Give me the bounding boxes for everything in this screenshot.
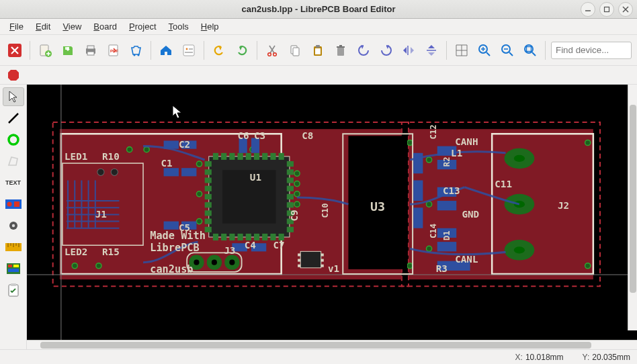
- svg-rect-68: [8, 269, 19, 272]
- svg-text:R15: R15: [102, 246, 120, 257]
- svg-point-135: [196, 161, 202, 167]
- toolbar: PDF: [0, 35, 637, 66]
- tool-drc[interactable]: [3, 281, 24, 300]
- svg-text:R3: R3: [436, 263, 448, 274]
- svg-rect-125: [287, 186, 294, 191]
- tool-draw-trace[interactable]: [3, 109, 24, 128]
- menu-view[interactable]: View: [57, 19, 87, 34]
- main-area: TEXT: [0, 85, 637, 349]
- menubar: File Edit View Board Project Tools Help: [0, 19, 637, 35]
- tool-measure[interactable]: [3, 238, 24, 257]
- tool-draw-polygon[interactable]: [3, 152, 24, 171]
- svg-rect-22: [185, 52, 193, 53]
- tool-add-text[interactable]: TEXT: [3, 173, 24, 192]
- svg-point-146: [585, 263, 591, 269]
- undo-button[interactable]: [210, 40, 228, 60]
- print-button[interactable]: [81, 40, 100, 60]
- svg-text:LED2: LED2: [65, 246, 87, 257]
- order-pcb-button[interactable]: [127, 40, 146, 60]
- board-canvas[interactable]: LED1 R10 LED2 R15 J1 C2 C1 C5 C6 C3 C8 U…: [27, 85, 637, 340]
- tool-layers[interactable]: [3, 259, 24, 278]
- svg-rect-94: [222, 170, 275, 223]
- scrollbar-horizontal[interactable]: [27, 340, 637, 349]
- svg-rect-102: [270, 153, 275, 160]
- home-button[interactable]: [157, 40, 175, 60]
- close-button[interactable]: [618, 2, 633, 17]
- save-button[interactable]: [58, 40, 77, 60]
- svg-line-24: [270, 46, 275, 53]
- close-project-button[interactable]: [5, 40, 24, 60]
- svg-rect-21: [189, 48, 193, 50]
- status-x: X:10.018mm: [515, 353, 564, 362]
- svg-rect-156: [164, 222, 179, 230]
- svg-rect-13: [87, 46, 94, 49]
- svg-rect-176: [413, 153, 423, 174]
- window-title: can2usb.lpp - LibrePCB Board Editor: [242, 4, 396, 14]
- paste-button[interactable]: [308, 40, 327, 60]
- mirror-h-button[interactable]: [400, 40, 419, 60]
- svg-rect-173: [321, 253, 324, 256]
- svg-rect-172: [298, 265, 300, 267]
- svg-rect-28: [293, 48, 299, 56]
- svg-text:U3: U3: [370, 199, 385, 214]
- svg-rect-14: [87, 52, 94, 55]
- zoom-in-button[interactable]: [475, 40, 494, 60]
- svg-text:C13: C13: [443, 185, 460, 196]
- svg-rect-1: [605, 7, 609, 11]
- copy-button[interactable]: [286, 40, 304, 60]
- svg-text:C12: C12: [429, 124, 438, 139]
- grid-button[interactable]: [452, 40, 471, 60]
- svg-point-82: [111, 169, 118, 175]
- svg-rect-122: [287, 161, 294, 167]
- svg-point-167: [229, 260, 235, 265]
- svg-rect-118: [205, 202, 212, 208]
- svg-line-52: [9, 113, 18, 123]
- svg-rect-110: [262, 234, 267, 240]
- svg-rect-106: [229, 234, 235, 240]
- minimize-button[interactable]: [581, 2, 595, 17]
- svg-point-141: [72, 263, 77, 269]
- svg-rect-31: [315, 48, 321, 54]
- svg-rect-50: [527, 46, 532, 51]
- rotate-cw-button[interactable]: [377, 40, 396, 60]
- svg-point-137: [196, 219, 202, 224]
- svg-point-81: [97, 169, 104, 175]
- svg-rect-107: [238, 234, 243, 240]
- left-toolbar: TEXT: [0, 85, 27, 349]
- maximize-button[interactable]: [599, 2, 614, 17]
- menu-board[interactable]: Board: [88, 19, 122, 34]
- svg-rect-104: [213, 234, 218, 240]
- svg-rect-171: [298, 259, 300, 262]
- menu-edit[interactable]: Edit: [30, 19, 56, 34]
- cut-button[interactable]: [263, 40, 282, 60]
- menu-tools[interactable]: Tools: [163, 19, 194, 34]
- svg-text:C8: C8: [302, 130, 313, 141]
- menu-help[interactable]: Help: [196, 19, 224, 34]
- svg-point-134: [294, 201, 300, 207]
- svg-rect-127: [287, 202, 294, 208]
- svg-rect-169: [300, 251, 321, 267]
- svg-rect-67: [13, 265, 19, 267]
- new-board-button[interactable]: [36, 40, 54, 60]
- svg-rect-115: [205, 177, 212, 183]
- control-panel-button[interactable]: [179, 40, 198, 60]
- tool-add-via[interactable]: [3, 130, 24, 149]
- find-device-input[interactable]: [551, 42, 632, 59]
- scrollbar-vertical[interactable]: [628, 85, 637, 330]
- svg-rect-19: [183, 45, 194, 56]
- menu-file[interactable]: File: [4, 19, 29, 34]
- svg-point-25: [268, 52, 271, 56]
- zoom-out-button[interactable]: [498, 40, 517, 60]
- menu-project[interactable]: Project: [124, 19, 161, 34]
- zoom-fit-button[interactable]: [521, 40, 540, 60]
- mirror-v-button[interactable]: [422, 40, 441, 60]
- tool-draw-plane[interactable]: [3, 195, 24, 214]
- redo-button[interactable]: [232, 40, 251, 60]
- tool-select[interactable]: [3, 87, 24, 106]
- abort-button[interactable]: [5, 67, 22, 83]
- delete-button[interactable]: [331, 40, 350, 60]
- rotate-ccw-button[interactable]: [354, 40, 373, 60]
- export-pdf-button[interactable]: PDF: [104, 40, 123, 60]
- tool-add-hole[interactable]: [3, 216, 24, 235]
- svg-rect-126: [287, 194, 294, 199]
